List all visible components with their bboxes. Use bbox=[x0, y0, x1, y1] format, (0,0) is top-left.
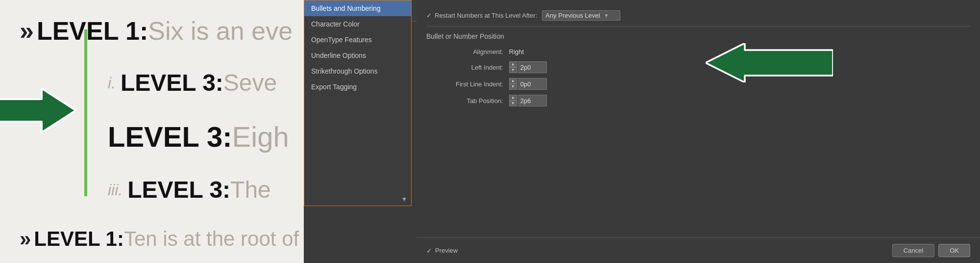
tab-position-spinner[interactable]: ▲ ▼ bbox=[509, 95, 517, 106]
level-text-4: The bbox=[230, 177, 271, 203]
first-line-indent-down[interactable]: ▼ bbox=[509, 84, 517, 90]
menu-item-color[interactable]: Character Color bbox=[304, 16, 411, 32]
restart-dropdown[interactable]: Any Previous Level ▼ bbox=[542, 10, 620, 21]
colon-1: : bbox=[140, 17, 148, 45]
left-indent-input[interactable] bbox=[517, 61, 547, 73]
svg-marker-1 bbox=[706, 43, 833, 82]
restart-checkbox[interactable]: ✓ bbox=[426, 12, 432, 19]
preview-checkmark-icon: ✓ bbox=[426, 247, 432, 255]
colon-2: : bbox=[216, 70, 223, 96]
level-text-1: Six is an eve bbox=[148, 17, 293, 45]
tab-position-up[interactable]: ▲ bbox=[509, 95, 517, 101]
restart-numbers-row: ✓ Restart Numbers at This Level After: A… bbox=[426, 5, 970, 26]
left-indent-down[interactable]: ▼ bbox=[509, 67, 517, 73]
menu-item-underline[interactable]: Underline Options bbox=[304, 48, 411, 63]
dialog-bottom-bar: ✓ Preview Cancel OK bbox=[416, 237, 980, 263]
section-title: Bullet or Number Position bbox=[426, 32, 970, 40]
green-vertical-bar bbox=[84, 29, 87, 196]
dialog-buttons: Cancel OK bbox=[892, 244, 970, 257]
level-label-5: LEVEL 1 bbox=[34, 228, 117, 250]
bullet-5: » bbox=[20, 228, 31, 250]
tab-position-label: Tab Position: bbox=[456, 97, 503, 105]
menu-item-export[interactable]: Export Tagging bbox=[304, 79, 411, 95]
colon-3: : bbox=[222, 121, 232, 153]
numbering-2: i. bbox=[108, 75, 116, 92]
menu-scroll-arrow-icon: ▼ bbox=[401, 196, 407, 203]
menu-item-bullets[interactable]: Bullets and Numbering bbox=[304, 0, 411, 16]
menu-item-opentype[interactable]: OpenType Features bbox=[304, 32, 411, 48]
dropdown-arrow-icon: ▼ bbox=[604, 13, 609, 18]
level-text-2: Seve bbox=[223, 70, 277, 96]
menu-panel: Bullets and Numbering Character Color Op… bbox=[304, 0, 412, 206]
restart-dropdown-value: Any Previous Level bbox=[545, 12, 600, 19]
left-indent-label: Left Indent: bbox=[456, 64, 503, 71]
big-arrow-left-icon bbox=[0, 88, 76, 132]
restart-label: Restart Numbers at This Level After: bbox=[435, 12, 537, 19]
first-line-indent-label: First Line Indent: bbox=[456, 80, 503, 88]
alignment-value: Right bbox=[509, 47, 524, 56]
dialog-overlay: List Type Bullets and Numbering Characte… bbox=[304, 0, 980, 263]
tab-position-input[interactable] bbox=[517, 95, 547, 106]
settings-panel: ✓ Restart Numbers at This Level After: A… bbox=[416, 0, 980, 263]
level-text-3: Eigh bbox=[232, 121, 289, 153]
level-label-3: LEVEL 3 bbox=[108, 121, 222, 153]
first-line-indent-spinner[interactable]: ▲ ▼ bbox=[509, 78, 517, 90]
tab-position-down[interactable]: ▼ bbox=[509, 101, 517, 106]
alignment-label: Alignment: bbox=[456, 48, 503, 55]
cancel-button[interactable]: Cancel bbox=[892, 244, 934, 257]
level-label-2: LEVEL 3 bbox=[121, 70, 216, 96]
level-label-1: LEVEL 1 bbox=[37, 17, 140, 45]
first-line-indent-up[interactable]: ▲ bbox=[509, 78, 517, 84]
preview-label: Preview bbox=[435, 247, 458, 254]
bullet-1: » bbox=[20, 17, 34, 45]
alignment-arrow-icon bbox=[706, 43, 833, 82]
svg-marker-0 bbox=[0, 88, 76, 132]
left-indent-spinner[interactable]: ▲ ▼ bbox=[509, 61, 517, 73]
menu-item-strikethrough[interactable]: Strikethrough Options bbox=[304, 63, 411, 79]
colon-4: : bbox=[222, 177, 230, 203]
numbering-4: iii. bbox=[108, 182, 122, 199]
preview-section: ✓ Preview bbox=[426, 247, 458, 255]
tab-position-input-wrap: ▲ ▼ bbox=[509, 95, 970, 106]
colon-5: : bbox=[117, 228, 124, 250]
level-label-4: LEVEL 3 bbox=[127, 177, 222, 203]
first-line-indent-input[interactable] bbox=[517, 78, 547, 90]
left-indent-up[interactable]: ▲ bbox=[509, 61, 517, 67]
ok-button[interactable]: OK bbox=[938, 244, 970, 257]
